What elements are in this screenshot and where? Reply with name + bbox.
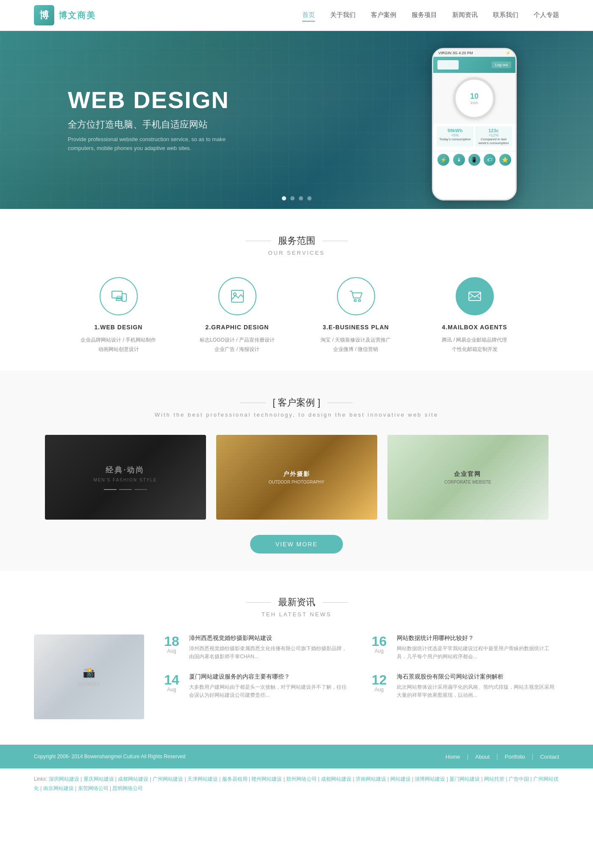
svg-rect-4	[231, 290, 243, 302]
seo-link-guangzhou[interactable]: 广州网站建设	[153, 776, 183, 782]
news-excerpt-4: 此次网站整体设计采用扁平化的风格、简约式排版，网站主视觉区采用大量的祥草学效果图…	[397, 683, 560, 699]
nav-personal[interactable]: 个人专题	[534, 9, 559, 22]
footer-link-contact[interactable]: Contact	[540, 754, 559, 760]
portfolio-thumb-1: 经典·动尚 MEN'S FASHION STYLE	[45, 435, 206, 520]
news-item-1: 18 Aug 漳州西悉视觉婚纱摄影网站建设 漳州西悉视觉婚纱摄影隶属西悉文化传播…	[161, 634, 352, 661]
services-title-cn: 服务范围	[34, 234, 559, 247]
seo-link-ads[interactable]: 广告中国	[509, 776, 529, 782]
news-item-2: 14 Aug 厦门网站建设服务的内容主要有哪些？ 大多数用户建网站由于都是头一次…	[161, 673, 352, 699]
service-name-mailbox: 4.MAILBOX AGENTS	[432, 324, 517, 331]
phone-icon-home: ⚡	[437, 154, 449, 166]
portfolio-grid: 经典·动尚 MEN'S FASHION STYLE 户外摄影 OUTDOOR P…	[34, 435, 559, 520]
phone-icon-tag: 🏷	[484, 154, 496, 166]
service-item-ecommerce: 3.E-BUSINESS PLAN 淘宝 / 天猫装修设计及运营推广 企业微博 …	[314, 277, 398, 354]
service-icon-graphic	[218, 277, 256, 315]
news-excerpt-3: 网站数据统计优选是平常我站建设过程中最受用户青睐的数据统计工具，几乎每个用户的网…	[397, 645, 560, 661]
nav-contact[interactable]: 联系我们	[493, 9, 518, 22]
svg-point-5	[234, 293, 236, 295]
news-title-4[interactable]: 海石景观股份有限公司网站设计案例解析	[397, 673, 560, 681]
svg-rect-3	[122, 294, 126, 301]
services-section: 服务范围 OUR SERVICES 1.WEB DESIGN 企业品牌网站设计 …	[0, 209, 593, 371]
nav-about[interactable]: 关于我们	[330, 9, 356, 22]
seo-link-tianjin[interactable]: 天津网站建设	[187, 776, 218, 782]
nav-home[interactable]: 首页	[302, 9, 315, 22]
seo-link-zibo[interactable]: 淄博网站建设	[415, 776, 445, 782]
news-date-1: 18 Aug	[161, 634, 182, 654]
footer-seo-links: 深圳网站建设 | 重庆网站建设 | 成都网站建设 | 广州网站建设 | 天津网站…	[34, 776, 559, 791]
view-more-button[interactable]: VIEW MORE	[250, 535, 343, 554]
footer-seo-label: Links:	[34, 776, 47, 782]
phone-icon-star: ⭐	[499, 154, 511, 166]
seo-link-chengdu2[interactable]: 成都网站建设	[321, 776, 351, 782]
hero-dot-1[interactable]	[282, 196, 286, 200]
phone-stats: 99kWh +5% Today's consumption 123c +12% …	[433, 124, 515, 151]
seo-link-dongguan[interactable]: 东莞网络公司	[78, 785, 109, 791]
seo-link-xiamen[interactable]: 厦门网站建设	[449, 776, 480, 782]
seo-link-ganzhou[interactable]: 赣州网站建设	[251, 776, 282, 782]
portfolio-section: [ 客户案例 ] With the best professional tech…	[0, 371, 593, 570]
phone-stat-consumption: 99kWh +5% Today's consumption	[437, 126, 473, 147]
news-column-right: 16 Aug 网站数据统计用哪种比较好？ 网站数据统计优选是平常我站建设过程中最…	[369, 634, 560, 711]
news-item-3: 16 Aug 网站数据统计用哪种比较好？ 网站数据统计优选是平常我站建设过程中最…	[369, 634, 560, 661]
news-date-4: 12 Aug	[369, 673, 390, 693]
news-date-2: 14 Aug	[161, 673, 182, 693]
hero-dot-3[interactable]	[299, 196, 303, 200]
seo-link-chengdu[interactable]: 成都网站建设	[118, 776, 148, 782]
footer-link-portfolio[interactable]: Portfolio	[505, 754, 525, 760]
nav-news[interactable]: 新闻资讯	[452, 9, 478, 22]
news-title-3[interactable]: 网站数据统计用哪种比较好？	[397, 634, 560, 642]
news-columns: 18 Aug 漳州西悉视觉婚纱摄影网站建设 漳州西悉视觉婚纱摄影隶属西悉文化传播…	[161, 634, 559, 711]
logo-icon: 博	[34, 5, 54, 25]
news-header: 最新资讯 TEH LATEST NEWS	[34, 596, 559, 618]
svg-rect-1	[116, 299, 121, 300]
hero-dot-4[interactable]	[307, 196, 312, 200]
svg-rect-8	[469, 292, 481, 300]
portfolio-item-3[interactable]: 企业官网 CORPORATE WEBSITE	[387, 435, 548, 520]
seo-link-kunming[interactable]: 昆明网络公司	[112, 785, 143, 791]
portfolio-item-2[interactable]: 户外摄影 OUTDOOR PHOTOGRAPHY	[216, 435, 377, 520]
service-name-graphic: 2.GRAPHIC DESIGN	[195, 324, 280, 331]
news-title-1[interactable]: 漳州西悉视觉婚纱摄影网站建设	[189, 634, 352, 642]
seo-link-nanjing[interactable]: 南京网站建设	[43, 785, 74, 791]
service-name-web: 1.WEB DESIGN	[76, 324, 161, 331]
portfolio-item-1[interactable]: 经典·动尚 MEN'S FASHION STYLE	[45, 435, 206, 520]
phone-logout-button[interactable]: Log out	[492, 61, 511, 68]
hero-dot-2[interactable]	[290, 196, 295, 200]
seo-link-jinan[interactable]: 济南网站建设	[356, 776, 386, 782]
news-item-4: 12 Aug 海石景观股份有限公司网站设计案例解析 此次网站整体设计采用扁平化的…	[369, 673, 560, 699]
news-image: 📸 办公室图片	[34, 634, 144, 719]
news-content-4: 海石景观股份有限公司网站设计案例解析 此次网站整体设计采用扁平化的风格、简约式排…	[397, 673, 560, 699]
seo-link-chongqing[interactable]: 重庆网站建设	[84, 776, 114, 782]
news-excerpt-2: 大多数用户建网站由于都是头一次接触，对于网站建设并不了解，往往会误认为好网站建设…	[189, 683, 352, 699]
seo-link-zhengzhou[interactable]: 郑州网络公司	[286, 776, 317, 782]
news-excerpt-1: 漳州西悉视觉婚纱摄影隶属西悉文化传播有限公司旗下婚纱摄影品牌，由国内著名摄影师手…	[189, 645, 352, 661]
news-title-2[interactable]: 厦门网站建设服务的内容主要有哪些？	[189, 673, 352, 681]
service-desc-web: 企业品牌网站设计 / 手机网站制作 动画网站创意设计	[76, 336, 161, 354]
seo-link-wangzhan[interactable]: 网站建设	[390, 776, 411, 782]
service-desc-mailbox: 腾讯 / 网易企业邮箱品牌代理 个性化邮箱定制开发	[432, 336, 517, 354]
service-icon-mailbox	[456, 277, 494, 315]
footer-divider-3: |	[532, 753, 534, 760]
services-grid: 1.WEB DESIGN 企业品牌网站设计 / 手机网站制作 动画网站创意设计 …	[34, 277, 559, 354]
footer-divider-2: |	[496, 753, 498, 760]
service-icon-ecommerce	[337, 277, 375, 315]
seo-link-shenzhen[interactable]: 深圳网站建设	[49, 776, 79, 782]
service-name-ecommerce: 3.E-BUSINESS PLAN	[314, 324, 398, 331]
main-nav: 首页 关于我们 客户案例 服务项目 新闻资讯 联系我们 个人专题	[302, 9, 559, 22]
phone-nav-icons: ⚡ 🌡 📱 🏷 ⭐	[433, 151, 515, 168]
nav-services[interactable]: 服务项目	[412, 9, 437, 22]
news-content-3: 网站数据统计用哪种比较好？ 网站数据统计优选是平常我站建设过程中最受用户青睐的数…	[397, 634, 560, 661]
nav-cases[interactable]: 客户案例	[371, 9, 396, 22]
phone-app-logo	[437, 60, 459, 70]
seo-link-hosting[interactable]: 网站托管	[484, 776, 504, 782]
news-title-en: TEH LATEST NEWS	[34, 611, 559, 618]
news-content-2: 厦门网站建设服务的内容主要有哪些？ 大多数用户建网站由于都是头一次接触，对于网站…	[189, 673, 352, 699]
phone-gauge-inner: 10 kWh	[470, 92, 479, 105]
phone-icon-temp: 🌡	[453, 154, 465, 166]
footer-link-home[interactable]: Home	[445, 754, 460, 760]
seo-link-server[interactable]: 服务器租用	[222, 776, 248, 782]
footer-link-about[interactable]: About	[475, 754, 490, 760]
portfolio-thumb-3: 企业官网 CORPORATE WEBSITE	[387, 435, 548, 520]
logo: 博 博文商美	[34, 5, 96, 25]
footer-main: Copyright 2006- 2014 Bowenshangmei Cultu…	[0, 745, 593, 768]
